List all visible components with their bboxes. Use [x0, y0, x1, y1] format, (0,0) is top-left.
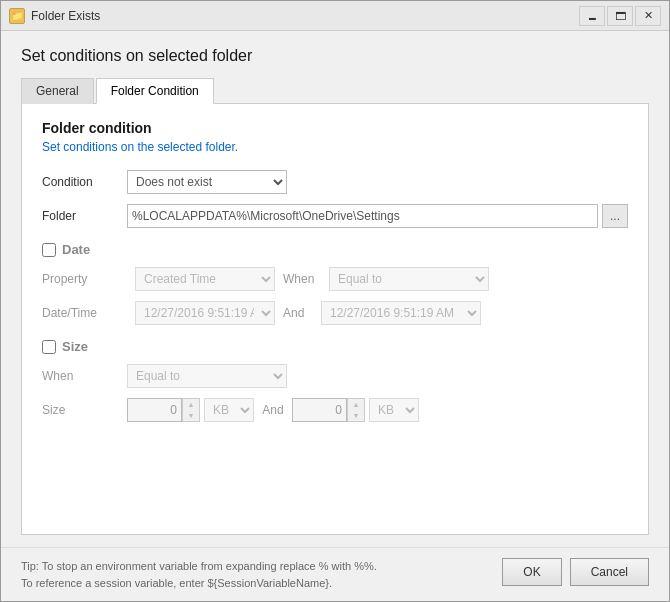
size-spinner-2: ▲ ▼ [292, 398, 365, 422]
when-control: Equal to [329, 267, 489, 291]
tip-line-2: To reference a session variable, enter $… [21, 575, 502, 592]
date-checkbox-row: Date [42, 242, 628, 257]
footer: Tip: To stop an environment variable fro… [1, 547, 669, 601]
property-when-row: Property Created Time When Equal to [42, 267, 628, 291]
size-value-row: Size ▲ ▼ KB And [42, 398, 628, 422]
title-bar-left: 📁 Folder Exists [9, 8, 100, 24]
maximize-button[interactable]: 🗖 [607, 6, 633, 26]
folder-label: Folder [42, 209, 127, 223]
window-body: Set conditions on selected folder Genera… [1, 31, 669, 547]
property-control: Created Time [135, 267, 275, 291]
size-checkbox-row: Size [42, 339, 628, 354]
spin-up-1[interactable]: ▲ [183, 399, 199, 410]
cancel-button[interactable]: Cancel [570, 558, 649, 586]
tab-bar: General Folder Condition [21, 77, 649, 104]
ok-button[interactable]: OK [502, 558, 561, 586]
condition-row: Condition Exists Does not exist [42, 170, 628, 194]
condition-label: Condition [42, 175, 127, 189]
window-icon: 📁 [9, 8, 25, 24]
size-when-label: When [42, 369, 127, 383]
tab-general[interactable]: General [21, 78, 94, 104]
when-select[interactable]: Equal to [329, 267, 489, 291]
size-unit-select-2[interactable]: KB [369, 398, 419, 422]
size-when-control: Equal to [127, 364, 628, 388]
window-title: Folder Exists [31, 9, 100, 23]
title-bar: 📁 Folder Exists 🗕 🗖 ✕ [1, 1, 669, 31]
spin-down-1[interactable]: ▼ [183, 410, 199, 421]
section-subtitle: Set conditions on the selected folder. [42, 140, 628, 154]
spin-buttons-1: ▲ ▼ [182, 398, 200, 422]
condition-control: Exists Does not exist [127, 170, 628, 194]
main-window: 📁 Folder Exists 🗕 🗖 ✕ Set conditions on … [0, 0, 670, 602]
datetime-control-2: 12/27/2016 9:51:19 AM [321, 301, 481, 325]
date-checkbox[interactable] [42, 243, 56, 257]
spin-buttons-2: ▲ ▼ [347, 398, 365, 422]
size-when-select[interactable]: Equal to [127, 364, 287, 388]
date-label[interactable]: Date [62, 242, 90, 257]
folder-row: Folder ... [42, 204, 628, 228]
datetime-label: Date/Time [42, 306, 127, 320]
close-button[interactable]: ✕ [635, 6, 661, 26]
tip-text: Tip: To stop an environment variable fro… [21, 558, 502, 591]
datetime-row: Date/Time 12/27/2016 9:51:19 AM And 12/2… [42, 301, 628, 325]
size-section: Size When Equal to Size [42, 339, 628, 422]
date-section: Date Property Created Time When Equal to [42, 242, 628, 325]
size-input-1[interactable] [127, 398, 182, 422]
when-label: When [283, 272, 321, 286]
property-label: Property [42, 272, 127, 286]
section-title: Folder condition [42, 120, 628, 136]
title-bar-controls: 🗕 🗖 ✕ [579, 6, 661, 26]
size-when-row: When Equal to [42, 364, 628, 388]
datetime-control: 12/27/2016 9:51:19 AM [135, 301, 275, 325]
and-label-1: And [283, 306, 313, 320]
tab-content: Folder condition Set conditions on the s… [21, 104, 649, 535]
folder-control: ... [127, 204, 628, 228]
spin-down-2[interactable]: ▼ [348, 410, 364, 421]
size-checkbox[interactable] [42, 340, 56, 354]
property-select[interactable]: Created Time [135, 267, 275, 291]
datetime-select-1[interactable]: 12/27/2016 9:51:19 AM [135, 301, 275, 325]
and-label-2: And [258, 403, 288, 417]
size-input-2[interactable] [292, 398, 347, 422]
datetime-select-2[interactable]: 12/27/2016 9:51:19 AM [321, 301, 481, 325]
spin-up-2[interactable]: ▲ [348, 399, 364, 410]
tip-line-1: Tip: To stop an environment variable fro… [21, 558, 502, 575]
tab-folder-condition[interactable]: Folder Condition [96, 78, 214, 104]
size-unit-select-1[interactable]: KB [204, 398, 254, 422]
size-value-control: ▲ ▼ KB And ▲ ▼ [127, 398, 628, 422]
page-title: Set conditions on selected folder [21, 47, 649, 65]
minimize-button[interactable]: 🗕 [579, 6, 605, 26]
size-spinner-1: ▲ ▼ [127, 398, 200, 422]
folder-input[interactable] [127, 204, 598, 228]
condition-select[interactable]: Exists Does not exist [127, 170, 287, 194]
footer-buttons: OK Cancel [502, 558, 649, 586]
browse-button[interactable]: ... [602, 204, 628, 228]
size-label[interactable]: Size [62, 339, 88, 354]
size-row-label: Size [42, 403, 127, 417]
